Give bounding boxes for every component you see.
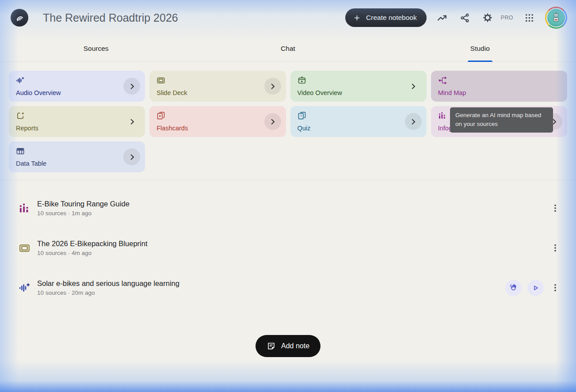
plus-icon	[353, 14, 361, 22]
share-icon[interactable]	[458, 11, 472, 24]
flashcards-icon	[156, 111, 165, 120]
add-note-button[interactable]: Add note	[256, 335, 320, 357]
analytics-trending-icon[interactable]	[436, 11, 449, 24]
audio-waveform-sparkle-icon	[16, 76, 25, 85]
tab-label: Sources	[84, 45, 109, 53]
audio-waveform-sparkle-icon	[18, 282, 31, 294]
tab-chat[interactable]: Chat	[192, 35, 384, 61]
artifact-title: Solar e-bikes and serious language learn…	[37, 279, 179, 288]
mind-map-tooltip: Generate an AI mind map based on your so…	[450, 107, 553, 133]
avatar-robot-image	[546, 8, 566, 27]
chevron-right-icon[interactable]	[123, 78, 140, 95]
card-label: Slide Deck	[156, 89, 187, 96]
card-label: Audio Overview	[16, 89, 61, 96]
studio-tools-panel: Audio Overview Slide Deck	[0, 62, 576, 180]
chevron-right-icon[interactable]	[405, 78, 422, 95]
studio-card-video-overview[interactable]: Video Overview	[290, 71, 427, 102]
card-label: Flashcards	[156, 125, 188, 132]
artifact-meta: 10 sources · 4m ago	[37, 250, 147, 256]
add-note-label: Add note	[281, 342, 309, 350]
note-icon	[267, 342, 276, 351]
artifact-actions	[549, 202, 561, 214]
more-options-icon[interactable]	[549, 282, 561, 293]
studio-card-reports[interactable]: Reports	[9, 106, 145, 137]
studio-artifact-list: E-Bike Touring Range Guide 10 sources · …	[0, 180, 576, 308]
artifact-meta: 10 sources · 20m ago	[37, 289, 179, 296]
artifact-actions	[505, 280, 561, 296]
notebooklm-app: The Rewired Roadtrip 2026 Create noteboo…	[0, 0, 576, 392]
header-actions: Create notebook	[345, 7, 567, 29]
more-options-icon[interactable]	[549, 242, 561, 254]
card-label: Mind Map	[438, 89, 466, 96]
slide-deck-icon	[18, 242, 31, 254]
play-button[interactable]	[527, 280, 544, 296]
tab-studio[interactable]: Studio	[384, 35, 576, 61]
card-label: Video Overview	[298, 89, 342, 96]
artifact-text: Solar e-bikes and serious language learn…	[37, 279, 179, 296]
artifact-row[interactable]: The 2026 E-Bikepacking Blueprint 10 sour…	[0, 228, 576, 268]
google-apps-grid-icon[interactable]	[523, 11, 536, 24]
artifact-meta: 10 sources · 1m ago	[37, 210, 130, 217]
artifact-row[interactable]: Solar e-bikes and serious language learn…	[0, 268, 576, 308]
artifact-actions	[549, 242, 561, 254]
panel-tabs: Sources Chat Studio	[0, 35, 576, 62]
studio-card-quiz[interactable]: ? Quiz	[290, 106, 427, 137]
add-note-container: Add note	[0, 335, 576, 357]
reports-icon	[16, 111, 25, 120]
artifact-row[interactable]: E-Bike Touring Range Guide 10 sources · …	[0, 188, 576, 228]
card-label: Quiz	[298, 125, 311, 132]
chevron-right-icon[interactable]	[405, 113, 422, 130]
card-label: Data Table	[16, 160, 46, 167]
card-label: Reports	[16, 125, 38, 132]
create-notebook-button[interactable]: Create notebook	[345, 8, 427, 27]
artifact-title: E-Bike Touring Range Guide	[37, 200, 130, 208]
user-avatar[interactable]	[545, 7, 567, 29]
studio-card-mind-map[interactable]: Mind Map	[431, 71, 567, 102]
artifact-text: The 2026 E-Bikepacking Blueprint 10 sour…	[37, 240, 147, 256]
tab-label: Chat	[281, 45, 295, 53]
notebooklm-logo[interactable]	[11, 9, 28, 27]
video-overview-icon	[298, 76, 306, 85]
tab-label: Studio	[470, 45, 490, 53]
studio-card-slide-deck[interactable]: Slide Deck	[149, 71, 286, 102]
mind-map-icon	[438, 76, 447, 85]
more-options-icon[interactable]	[549, 202, 561, 214]
quiz-icon: ?	[298, 111, 306, 120]
data-table-icon	[16, 147, 25, 156]
create-notebook-label: Create notebook	[366, 14, 417, 22]
settings-gear-icon[interactable]	[481, 11, 494, 24]
artifact-title: The 2026 E-Bikepacking Blueprint	[37, 240, 147, 248]
pro-badge: PRO	[501, 15, 513, 21]
studio-card-flashcards[interactable]: Flashcards	[149, 106, 286, 137]
infographic-bars-icon	[18, 202, 31, 214]
studio-card-data-table[interactable]: Data Table	[9, 141, 145, 172]
chevron-right-icon[interactable]	[123, 113, 140, 130]
svg-text:?: ?	[300, 114, 301, 118]
slide-deck-icon	[156, 76, 165, 85]
tab-sources[interactable]: Sources	[0, 35, 192, 61]
interactive-mode-hand-button[interactable]	[505, 280, 522, 296]
chevron-right-icon[interactable]	[264, 113, 281, 130]
notebook-title[interactable]: The Rewired Roadtrip 2026	[43, 11, 178, 24]
app-header: The Rewired Roadtrip 2026 Create noteboo…	[0, 0, 576, 35]
artifact-text: E-Bike Touring Range Guide 10 sources · …	[37, 200, 130, 217]
studio-card-audio-overview[interactable]: Audio Overview	[9, 71, 145, 102]
infographic-icon	[438, 111, 446, 120]
chevron-right-icon[interactable]	[123, 148, 140, 165]
chevron-right-icon[interactable]	[264, 78, 281, 95]
